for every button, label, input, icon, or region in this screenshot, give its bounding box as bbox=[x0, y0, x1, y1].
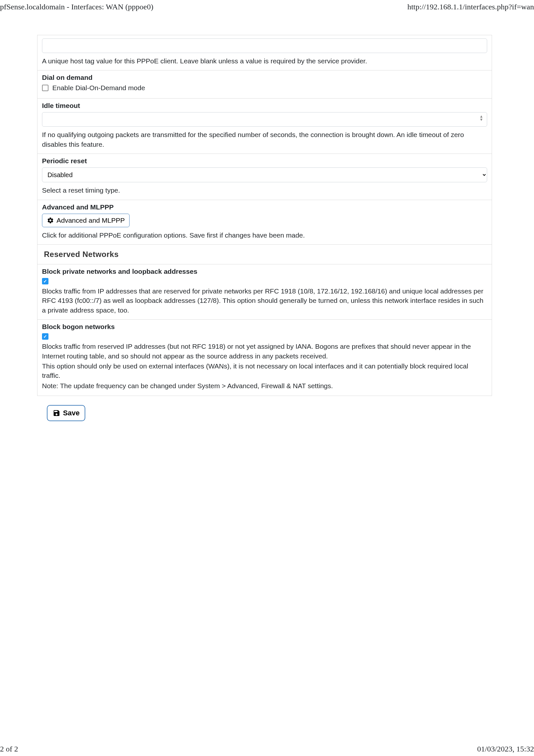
block-private-help: Blocks traffic from IP addresses that ar… bbox=[42, 286, 487, 315]
block-bogon-label: Block bogon networks bbox=[42, 323, 487, 331]
config-panel: A unique host tag value for this PPPoE c… bbox=[37, 35, 492, 396]
periodic-reset-label: Periodic reset bbox=[42, 157, 487, 165]
block-private-section: Block private networks and loopback addr… bbox=[38, 264, 492, 320]
hosttag-input[interactable] bbox=[42, 39, 487, 53]
dial-on-demand-section: Dial on demand Enable Dial-On-Demand mod… bbox=[38, 70, 492, 98]
idle-timeout-input[interactable] bbox=[42, 112, 487, 127]
page-datetime: 01/03/2023, 15:32 bbox=[477, 745, 534, 753]
idle-timeout-section: Idle timeout ▲▼ If no qualifying outgoin… bbox=[38, 98, 492, 154]
page-number: 2 of 2 bbox=[0, 745, 18, 753]
save-button[interactable]: Save bbox=[47, 405, 85, 421]
dial-on-demand-checkbox-label: Enable Dial-On-Demand mode bbox=[52, 84, 145, 92]
reserved-networks-heading: Reserved Networks bbox=[38, 245, 492, 264]
dial-on-demand-label: Dial on demand bbox=[42, 74, 487, 81]
advanced-mlppp-section: Advanced and MLPPP Advanced and MLPPP Cl… bbox=[38, 200, 492, 245]
hosttag-help: A unique host tag value for this PPPoE c… bbox=[42, 56, 487, 66]
number-spinner-icon[interactable]: ▲▼ bbox=[479, 115, 483, 121]
idle-timeout-help: If no qualifying outgoing packets are tr… bbox=[42, 130, 487, 149]
periodic-reset-section: Periodic reset Disabled Select a reset t… bbox=[38, 154, 492, 200]
periodic-reset-select[interactable]: Disabled bbox=[42, 167, 487, 182]
idle-timeout-label: Idle timeout bbox=[42, 102, 487, 110]
page-url: http://192.168.1.1/interfaces.php?if=wan bbox=[407, 3, 534, 11]
gear-icon bbox=[47, 217, 54, 224]
advanced-mlppp-button[interactable]: Advanced and MLPPP bbox=[42, 214, 130, 227]
block-bogon-help: Blocks traffic from reserved IP addresse… bbox=[42, 342, 487, 391]
advanced-mlppp-help: Click for additional PPPoE configuration… bbox=[42, 230, 487, 240]
save-icon bbox=[53, 409, 61, 417]
block-bogon-section: Block bogon networks Blocks traffic from… bbox=[38, 320, 492, 395]
advanced-mlppp-label: Advanced and MLPPP bbox=[42, 203, 487, 211]
page-title: pfSense.localdomain - Interfaces: WAN (p… bbox=[0, 3, 153, 11]
hosttag-section: A unique host tag value for this PPPoE c… bbox=[38, 35, 492, 70]
block-private-checkbox[interactable] bbox=[42, 278, 48, 284]
periodic-reset-help: Select a reset timing type. bbox=[42, 185, 487, 195]
save-button-label: Save bbox=[63, 409, 80, 417]
dial-on-demand-checkbox[interactable] bbox=[42, 85, 48, 91]
advanced-mlppp-button-label: Advanced and MLPPP bbox=[57, 217, 125, 224]
block-bogon-checkbox[interactable] bbox=[42, 333, 48, 340]
block-private-label: Block private networks and loopback addr… bbox=[42, 268, 487, 275]
